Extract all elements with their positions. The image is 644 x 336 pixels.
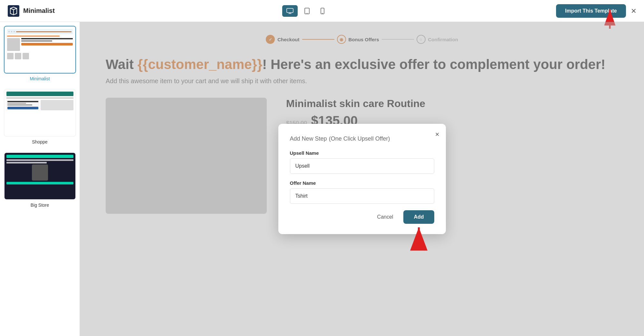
main-layout: Minimalist [0, 22, 644, 336]
tablet-device-button[interactable] [300, 5, 314, 17]
svg-point-3 [307, 13, 307, 14]
offer-name-group: Offer Name [290, 180, 434, 204]
desktop-icon [286, 8, 293, 14]
modal-overlay: × Add New Step (One Click Upsell Offer) … [80, 22, 644, 336]
shoppe-thumbnail [4, 89, 76, 137]
modal: × Add New Step (One Click Upsell Offer) … [278, 124, 446, 234]
upsell-name-label: Upsell Name [290, 150, 434, 156]
mobile-device-button[interactable] [316, 5, 329, 17]
desktop-device-button[interactable] [282, 5, 298, 17]
add-arrow-indicator [408, 222, 430, 253]
svg-point-5 [322, 13, 323, 14]
bigstore-label: Big Store [4, 203, 76, 208]
cancel-button[interactable]: Cancel [372, 211, 399, 223]
sidebar-item-bigstore[interactable]: Big Store [4, 152, 76, 208]
app-title: Minimalist [23, 7, 55, 15]
sidebar-item-minimalist[interactable]: Minimalist [4, 26, 76, 81]
tablet-icon [304, 8, 310, 14]
sidebar: Minimalist [0, 22, 80, 336]
offer-name-input[interactable] [290, 188, 434, 204]
shoppe-label: Shoppe [4, 139, 76, 144]
offer-name-label: Offer Name [290, 180, 434, 186]
modal-title: Add New Step (One Click Upsell Offer) [290, 134, 434, 143]
svg-rect-1 [287, 8, 293, 13]
minimalist-label: Minimalist [4, 76, 76, 81]
modal-title-text: Add New Step [290, 135, 327, 142]
header: Minimalist Import This Template × [0, 0, 644, 22]
mobile-icon [321, 8, 324, 14]
modal-subtitle: (One Click Upsell Offer) [329, 135, 390, 142]
modal-close-button[interactable]: × [435, 130, 439, 139]
add-button[interactable]: Add [403, 210, 434, 224]
upsell-name-input[interactable] [290, 158, 434, 174]
modal-actions: Cancel Add [290, 210, 434, 224]
sidebar-item-shoppe[interactable]: Shoppe [4, 89, 76, 144]
header-left: Minimalist [8, 5, 55, 17]
import-template-button[interactable]: Import This Template [556, 4, 626, 18]
upsell-name-group: Upsell Name [290, 150, 434, 174]
header-right: Import This Template × [556, 4, 636, 18]
minimalist-thumbnail [4, 26, 76, 74]
bigstore-thumbnail [4, 152, 76, 200]
add-button-wrapper: Add [403, 210, 434, 224]
device-switcher [282, 5, 329, 17]
close-button[interactable]: × [631, 6, 636, 16]
logo-icon [8, 5, 19, 17]
content-area: ✓ Checkout ◉ Bonus Offers ○ Confirmation… [80, 22, 644, 336]
